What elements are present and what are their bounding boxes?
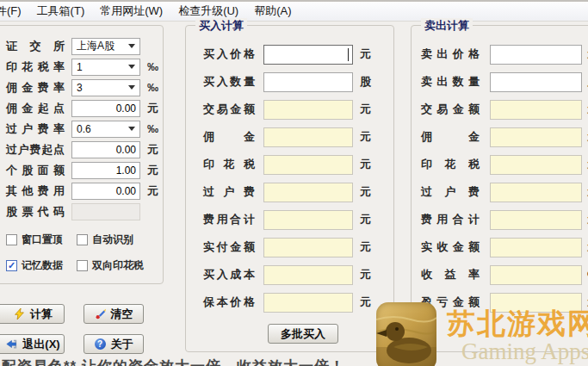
unit-label: 元 bbox=[360, 47, 371, 62]
checkbox-label: 窗口置顶 bbox=[22, 233, 63, 247]
checkbox-window-top[interactable]: 窗口置顶 bbox=[6, 233, 77, 247]
about-button[interactable]: ? 关于 bbox=[84, 334, 144, 354]
sell-stamp-label: 印花税 bbox=[421, 157, 480, 172]
face-value-input[interactable] bbox=[71, 162, 140, 179]
commission-rate-select[interactable]: 3 bbox=[71, 79, 140, 96]
buy-price-input[interactable] bbox=[263, 45, 353, 65]
setting-row: 股票代码 bbox=[6, 202, 163, 220]
stamp-rate-select[interactable]: 1 bbox=[71, 59, 140, 76]
buy-calc-panel: 买入计算 买入价格 元 买入数量 股 交易金额 元 佣金 元 印花税 元 过户费 bbox=[185, 25, 394, 352]
sell-qty-input[interactable] bbox=[490, 72, 582, 92]
calculate-label: 计算 bbox=[30, 307, 53, 322]
setting-row: 过户费率 0.6 ‰ bbox=[6, 120, 163, 138]
stock-code-input bbox=[71, 203, 140, 220]
chevron-down-icon bbox=[128, 44, 135, 48]
marquee-text: 配资易色** 让你的资金放大一倍，收益放大一倍！ bbox=[2, 357, 345, 366]
checkbox-box[interactable] bbox=[77, 234, 88, 245]
multi-batch-buy-button[interactable]: 多批买入 bbox=[268, 324, 338, 344]
buy-price-label: 买入价格 bbox=[203, 47, 255, 62]
checkbox-box[interactable] bbox=[6, 234, 17, 245]
menu-file[interactable]: 件(F) bbox=[0, 3, 29, 19]
commission-rate-label: 佣金费率 bbox=[6, 80, 65, 96]
clear-button[interactable]: 清空 bbox=[84, 304, 144, 324]
yield-rate-label: 收益率 bbox=[421, 267, 480, 282]
unit-label: 元 bbox=[360, 267, 371, 282]
face-value-label: 个股面额 bbox=[6, 163, 65, 178]
exchange-label: 证交所 bbox=[6, 39, 65, 54]
buy-cost-field bbox=[263, 265, 353, 285]
buy-panel-title: 买入计算 bbox=[195, 18, 247, 34]
stamp-rate-label: 印花税率 bbox=[6, 59, 65, 75]
setting-row: 过户费起点 元 bbox=[6, 140, 163, 158]
buy-stamp-label: 印花税 bbox=[203, 157, 255, 172]
sell-price-input[interactable] bbox=[490, 45, 582, 65]
buy-qty-input[interactable] bbox=[263, 72, 353, 92]
transfer-rate-select[interactable]: 0.6 bbox=[71, 121, 140, 138]
sell-row: 实收金额 元 bbox=[421, 237, 588, 257]
buy-row: 买入成本 元 bbox=[203, 264, 393, 285]
sell-price-label: 卖出价格 bbox=[421, 47, 480, 62]
setting-row: 佣金费率 3 ‰ bbox=[6, 78, 163, 96]
buy-cost-label: 买入成本 bbox=[203, 267, 255, 282]
sell-transfer-field bbox=[490, 183, 582, 202]
yield-rate-field bbox=[490, 265, 582, 285]
commission-min-label: 佣金起点 bbox=[6, 101, 65, 116]
clear-label: 清空 bbox=[111, 307, 133, 322]
checkbox-label: 自动识别 bbox=[92, 233, 133, 247]
unit-label: ‰ bbox=[147, 60, 158, 73]
chevron-down-icon bbox=[128, 127, 135, 131]
unit-label: 元 bbox=[147, 101, 158, 116]
buy-stamp-field bbox=[263, 155, 353, 175]
sell-row: 过户费 元 bbox=[421, 182, 588, 202]
commission-min-input[interactable] bbox=[71, 100, 140, 117]
other-fee-input[interactable] bbox=[71, 183, 140, 200]
exchange-select[interactable]: 上海A股 bbox=[71, 38, 140, 55]
menu-help[interactable]: 帮助(A) bbox=[246, 3, 299, 19]
breakeven-price-label: 保本价格 bbox=[203, 295, 255, 310]
unit-label: 元 bbox=[147, 142, 158, 158]
sell-row: 费用合计 元 bbox=[421, 209, 588, 230]
menu-websites[interactable]: 常用网址(W) bbox=[92, 3, 170, 19]
unit-label: 元 bbox=[147, 183, 158, 199]
menu-toolbox[interactable]: 工具箱(T) bbox=[29, 3, 93, 19]
chevron-down-icon bbox=[128, 85, 135, 90]
transfer-min-input[interactable] bbox=[71, 141, 140, 158]
unit-label: 元 bbox=[360, 129, 371, 145]
question-mark-icon: ? bbox=[95, 338, 106, 350]
checkbox-auto-detect[interactable]: 自动识别 bbox=[77, 233, 133, 247]
lightning-icon bbox=[14, 308, 25, 319]
checkbox-box[interactable] bbox=[6, 260, 17, 271]
buy-row: 实付金额 元 bbox=[203, 237, 393, 257]
checkbox-label: 记忆数据 bbox=[22, 258, 63, 273]
calculate-button[interactable]: 计算 bbox=[0, 304, 65, 324]
sell-row: 卖出价格 元 bbox=[421, 44, 588, 65]
checkbox-row: 记忆数据 双向印花税 bbox=[6, 258, 163, 273]
setting-row: 印花税率 1 ‰ bbox=[6, 58, 163, 76]
unit-label: 元 bbox=[360, 295, 371, 310]
buy-row: 过户费 元 bbox=[203, 182, 393, 202]
other-fee-label: 其他费用 bbox=[6, 183, 65, 199]
sell-stamp-field bbox=[490, 155, 582, 175]
exit-button[interactable]: 退出(X) bbox=[0, 334, 65, 354]
exit-arrow-icon bbox=[6, 338, 17, 350]
buy-paid-field bbox=[263, 238, 353, 257]
sell-amount-label: 交易金额 bbox=[421, 102, 480, 117]
menu-update[interactable]: 检查升级(U) bbox=[170, 3, 246, 19]
buy-transfer-label: 过户费 bbox=[203, 184, 255, 200]
pen-icon bbox=[95, 308, 106, 319]
transfer-rate-label: 过户费率 bbox=[6, 121, 65, 137]
checkbox-bidirectional-stamp[interactable]: 双向印花税 bbox=[77, 258, 144, 273]
unit-label: 元 bbox=[360, 239, 371, 255]
checkbox-box[interactable] bbox=[77, 260, 88, 271]
unit-label: 元 bbox=[360, 184, 371, 200]
commission-rate-value: 3 bbox=[77, 82, 83, 94]
sell-row: 收益率 % bbox=[421, 264, 588, 285]
checkbox-remember-data[interactable]: 记忆数据 bbox=[6, 258, 77, 273]
buy-row: 印花税 元 bbox=[203, 154, 393, 175]
unit-label: 元 bbox=[360, 212, 371, 227]
buy-commission-field bbox=[263, 127, 353, 147]
sell-calc-panel: 卖出计算 卖出价格 元 卖出数量 股 交易金额 元 佣金 元 印花税 元 过户费 bbox=[411, 25, 588, 352]
buy-row: 保本价格 元 bbox=[203, 292, 393, 313]
duck-icon bbox=[376, 302, 436, 366]
sell-row: 卖出数量 股 bbox=[421, 71, 588, 92]
